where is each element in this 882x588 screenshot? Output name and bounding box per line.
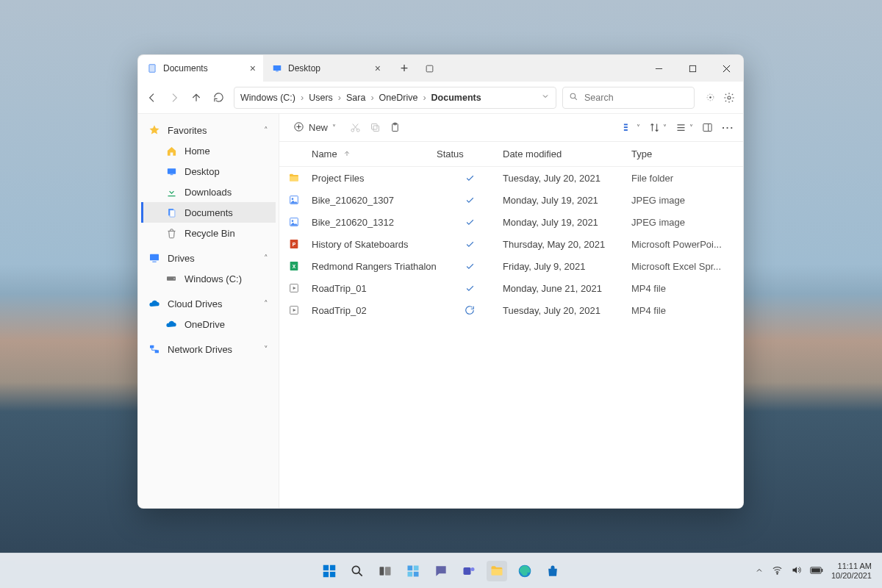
svg-line-30 <box>353 124 357 130</box>
file-row[interactable]: Project FilesTuesday, July 20, 2021File … <box>279 167 743 189</box>
tab-documents[interactable]: Documents × <box>138 55 263 82</box>
file-type: MP4 file <box>631 305 734 316</box>
tab-desktop[interactable]: Desktop × <box>263 55 388 82</box>
svg-point-21 <box>173 278 174 279</box>
sidebar-item-windows-c[interactable]: Windows (C:) <box>141 268 276 289</box>
file-name: History of Skateboards <box>312 239 437 250</box>
file-row[interactable]: PHistory of SkateboardsThursday, May 20,… <box>279 233 743 255</box>
svg-rect-61 <box>385 567 391 576</box>
nav-forward-button[interactable] <box>168 91 181 104</box>
file-date: Monday, July 19, 2021 <box>503 195 631 206</box>
battery-icon[interactable] <box>810 566 823 576</box>
column-type[interactable]: Type <box>631 148 734 159</box>
sidebar-item-downloads[interactable]: Downloads <box>141 182 276 202</box>
sidebar-item-onedrive[interactable]: OneDrive <box>141 314 276 334</box>
wifi-icon[interactable] <box>772 564 783 577</box>
taskbar-search-icon[interactable] <box>347 561 368 581</box>
clock-date: 10/20/2021 <box>831 571 872 581</box>
sort-asc-icon <box>343 148 351 159</box>
address-dropdown-icon[interactable] <box>541 92 550 103</box>
nav-back-button[interactable] <box>146 91 159 104</box>
svg-rect-18 <box>150 254 159 261</box>
more-button[interactable]: ··· <box>722 122 734 133</box>
paste-button[interactable] <box>390 122 401 133</box>
column-name[interactable]: Name <box>312 148 437 159</box>
sidebar-section-cloud[interactable]: Cloud Drives ˄ <box>141 293 276 314</box>
svg-rect-57 <box>330 571 335 576</box>
file-list: Name Status Date modified Type Project F… <box>279 142 743 508</box>
clock[interactable]: 11:11 AM 10/20/2021 <box>831 562 872 580</box>
details-pane-button[interactable] <box>702 122 713 133</box>
sidebar-item-documents[interactable]: Documents <box>141 202 276 223</box>
edge-icon[interactable] <box>514 561 535 581</box>
tab-label: Documents <box>163 63 208 74</box>
svg-rect-15 <box>170 174 173 175</box>
sort-direction-button[interactable]: ˅ <box>649 122 667 133</box>
column-date[interactable]: Date modified <box>503 148 631 159</box>
svg-rect-14 <box>167 168 175 174</box>
tray-overflow-icon[interactable] <box>755 566 764 576</box>
svg-rect-37 <box>624 129 628 131</box>
nav-refresh-button[interactable] <box>212 91 225 104</box>
svg-rect-6 <box>689 65 695 71</box>
search-input[interactable] <box>584 93 700 103</box>
breadcrumb[interactable]: Users <box>309 93 333 103</box>
breadcrumb[interactable]: OneDrive <box>379 93 418 103</box>
widgets-icon[interactable] <box>403 561 423 581</box>
svg-text:X: X <box>293 264 296 269</box>
file-name: Project Files <box>312 173 437 184</box>
new-button[interactable]: New ˅ <box>288 119 341 137</box>
sidebar-section-drives[interactable]: Drives ˄ <box>141 248 276 268</box>
sidebar-label: Network Drives <box>168 344 232 355</box>
volume-icon[interactable] <box>791 564 802 577</box>
maximize-button[interactable] <box>675 55 709 82</box>
chat-icon[interactable] <box>431 561 451 581</box>
svg-rect-62 <box>408 565 413 570</box>
system-tray: 11:11 AM 10/20/2021 <box>755 553 872 588</box>
new-tab-button[interactable]: + <box>397 61 412 76</box>
cloud-icon <box>148 298 160 309</box>
svg-rect-72 <box>811 568 820 573</box>
file-row[interactable]: Bike_210620_1307Monday, July 19, 2021JPE… <box>279 189 743 211</box>
sidebar-item-desktop[interactable]: Desktop <box>141 161 276 182</box>
start-button[interactable] <box>319 561 340 581</box>
nav-up-button[interactable] <box>190 91 203 104</box>
file-row[interactable]: RoadTrip_02Tuesday, July 20, 2021MP4 fil… <box>279 299 743 321</box>
sidebar-item-home[interactable]: Home <box>141 140 276 161</box>
sync-status-icon[interactable] <box>703 91 717 104</box>
file-explorer-icon[interactable] <box>487 561 507 581</box>
svg-rect-0 <box>149 65 155 73</box>
drive-icon <box>165 273 177 284</box>
task-view-icon[interactable] <box>375 561 395 581</box>
breadcrumb[interactable]: Sara <box>346 93 365 103</box>
svg-point-13 <box>728 96 731 99</box>
sidebar-section-favorites[interactable]: Favorites ˄ <box>141 120 276 140</box>
column-status[interactable]: Status <box>437 148 503 159</box>
svg-rect-65 <box>414 571 419 576</box>
file-row[interactable]: Bike_210620_1312Monday, July 19, 2021JPE… <box>279 211 743 233</box>
view-button[interactable]: ˅ <box>675 122 693 133</box>
svg-line-59 <box>359 573 362 576</box>
sort-button[interactable]: ˅ <box>623 122 640 133</box>
search-box[interactable] <box>562 87 695 109</box>
file-name: Bike_210620_1307 <box>312 195 437 206</box>
file-date: Monday, June 21, 2021 <box>503 283 631 294</box>
svg-rect-41 <box>703 124 711 132</box>
cut-button[interactable] <box>350 122 361 133</box>
close-tab-icon[interactable]: × <box>375 63 381 74</box>
settings-icon[interactable] <box>723 91 736 104</box>
file-row[interactable]: XRedmond Rangers TriathalonFriday, July … <box>279 255 743 277</box>
close-window-button[interactable] <box>709 55 743 82</box>
store-icon[interactable] <box>542 561 563 581</box>
file-row[interactable]: RoadTrip_01Monday, June 21, 2021MP4 file <box>279 277 743 299</box>
sidebar-section-network[interactable]: Network Drives ˅ <box>141 339 276 359</box>
close-tab-icon[interactable]: × <box>250 63 256 74</box>
tab-overview-icon[interactable] <box>422 61 437 76</box>
teams-icon[interactable] <box>459 561 479 581</box>
breadcrumb[interactable]: Windows (C:) <box>240 93 295 103</box>
sidebar-item-recyclebin[interactable]: Recycle Bin <box>141 223 276 243</box>
breadcrumb-current[interactable]: Documents <box>431 93 481 103</box>
minimize-button[interactable] <box>642 55 675 82</box>
copy-button[interactable] <box>370 122 381 133</box>
address-bar[interactable]: Windows (C:)› Users› Sara› OneDrive› Doc… <box>234 87 556 109</box>
